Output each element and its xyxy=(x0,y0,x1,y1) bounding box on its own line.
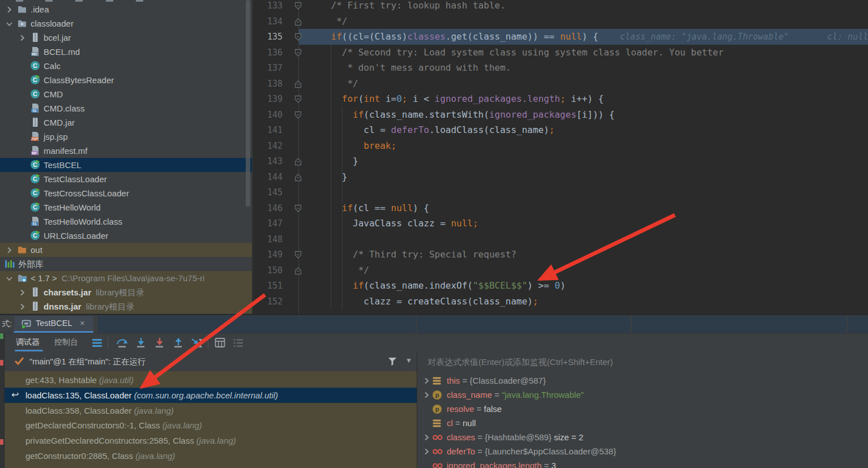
line-number[interactable]: 147 xyxy=(254,216,283,231)
stack-frame-row[interactable]: getConstructor0:2885, Class (java.lang) xyxy=(5,448,417,463)
variable-row[interactable]: ignored_packages.length = 3 xyxy=(417,458,868,468)
tree-item[interactable]: CMD.jar xyxy=(0,115,253,130)
line-number[interactable]: 144 xyxy=(254,169,283,185)
step-into-icon[interactable] xyxy=(134,336,148,350)
tree-item[interactable]: CTestBCEL xyxy=(0,158,253,172)
tree-item[interactable]: CClassBytesReader xyxy=(0,73,253,87)
chevron-down-icon[interactable]: ▼ xyxy=(405,357,412,364)
code-line: 150 */ xyxy=(253,263,868,278)
filter-icon[interactable] xyxy=(387,357,397,368)
variable-row[interactable]: this = {ClassLoader@587} xyxy=(417,373,868,388)
line-number[interactable]: 150 xyxy=(254,263,283,278)
stack-frame-row[interactable]: ↩loadClass:135, ClassLoader (com.sun.org… xyxy=(5,388,417,403)
variable-row[interactable]: classes = {Hashtable@589} size = 2 xyxy=(417,430,868,444)
close-icon[interactable]: × xyxy=(80,318,85,328)
tree-item-label: classloader xyxy=(31,16,74,31)
line-number[interactable]: 142 xyxy=(254,138,283,154)
line-number[interactable]: 151 xyxy=(254,278,283,294)
fold-marker-icon[interactable] xyxy=(294,95,302,106)
rerun-icon[interactable] xyxy=(0,333,3,339)
tree-item[interactable]: CTestHelloWorld xyxy=(0,200,253,214)
fold-marker-icon[interactable] xyxy=(294,111,302,122)
fold-marker-icon[interactable] xyxy=(294,204,302,215)
line-number[interactable]: 149 xyxy=(254,247,283,263)
tree-item[interactable]: 01CMD.class xyxy=(0,101,253,115)
force-step-into-icon[interactable] xyxy=(153,336,166,350)
debug-session-tab[interactable]: TestBCEL × xyxy=(14,316,93,332)
stack-frame-row[interactable]: privateGetDeclaredConstructors:2585, Cla… xyxy=(5,433,417,448)
variable-value: {Launcher$AppClassLoader@538} xyxy=(485,446,616,456)
mute-breakpoints-icon[interactable] xyxy=(0,439,3,445)
tree-item[interactable]: MDBCEL.md xyxy=(0,45,253,59)
variable-row[interactable]: deferTo = {Launcher$AppClassLoader@538} xyxy=(417,444,868,458)
fold-marker-icon[interactable] xyxy=(294,267,302,277)
line-number[interactable]: 148 xyxy=(254,231,283,247)
line-number[interactable]: 134 xyxy=(254,14,283,29)
line-number[interactable]: 140 xyxy=(254,107,283,123)
tree-item[interactable]: dnsns.jarlibrary根目录 xyxy=(0,299,253,314)
fold-marker-icon[interactable] xyxy=(294,49,302,59)
stack-frame-row[interactable]: loadClass:358, ClassLoader (java.lang) xyxy=(5,403,417,418)
tree-item[interactable]: 01TestHelloWorld.class xyxy=(0,214,253,229)
run-to-cursor-icon[interactable] xyxy=(190,336,204,350)
line-number[interactable]: 141 xyxy=(254,122,283,138)
fold-marker-icon[interactable] xyxy=(294,157,302,168)
code-text: /* First try: lookup hash table. xyxy=(309,0,506,14)
line-number[interactable]: 143 xyxy=(254,153,283,169)
line-number[interactable]: 145 xyxy=(254,184,283,200)
tree-item[interactable]: .idea xyxy=(0,2,253,16)
line-number[interactable]: 146 xyxy=(254,200,283,216)
tree-item[interactable]: charsets.jarlibrary根目录 xyxy=(0,285,253,299)
line-number[interactable]: 152 xyxy=(254,294,283,310)
evaluate-expression-hint[interactable]: 对表达式求值(Enter)或添加监视(Ctrl+Shift+Enter) xyxy=(427,357,613,368)
tree-item[interactable]: 外部库 xyxy=(0,257,253,271)
stack-frame-row[interactable]: get:433, Hashtable (java.util) xyxy=(5,372,417,388)
line-number[interactable]: 136 xyxy=(254,45,283,61)
stop-icon[interactable] xyxy=(0,360,3,366)
line-number[interactable]: 133 xyxy=(254,0,283,14)
tree-item[interactable]: classloader xyxy=(0,16,253,31)
variable-name: deferTo xyxy=(447,446,475,456)
tree-item[interactable]: MFmanifest.mf xyxy=(0,144,253,158)
variable-value: "java.lang.Throwable" xyxy=(502,390,584,400)
tree-item[interactable]: < 1.7 >C:\Program Files\Java\java-se-7u7… xyxy=(0,271,253,285)
variable-row[interactable]: cl = null xyxy=(417,416,868,430)
tab-console[interactable]: 控制台 xyxy=(54,337,78,347)
thread-row[interactable]: "main"@1 在组"main": 正在运行 ▼ xyxy=(5,352,417,371)
variable-row[interactable]: pclass_name = "java.lang.Throwable" xyxy=(417,388,868,402)
tab-debugger[interactable]: 调试器 xyxy=(16,337,40,347)
toolbar-sliver xyxy=(45,0,53,2)
tree-item[interactable]: JSPjsp.jsp xyxy=(0,130,253,144)
fold-marker-icon[interactable] xyxy=(294,33,302,44)
menu-icon[interactable] xyxy=(91,336,104,350)
code-text: cl = deferTo.loadClass(class_name); xyxy=(309,122,555,138)
chevron-right-icon[interactable] xyxy=(18,302,27,314)
svg-text:MD: MD xyxy=(32,52,37,56)
svg-text:C: C xyxy=(33,62,37,69)
code-text: * don't mess around with them. xyxy=(309,60,511,76)
tree-scrollbar[interactable] xyxy=(246,0,250,207)
line-number[interactable]: 139 xyxy=(254,91,283,107)
tree-item[interactable]: bcel.jar xyxy=(0,31,253,45)
line-number[interactable]: 138 xyxy=(254,76,283,92)
code-line: 141 cl = deferTo.loadClass(class_name); xyxy=(253,122,868,138)
layout-icon[interactable] xyxy=(232,336,245,350)
line-number[interactable]: 137 xyxy=(254,60,283,76)
fold-marker-icon[interactable] xyxy=(294,173,302,184)
tree-item[interactable]: CCMD xyxy=(0,87,253,101)
stack-frame-row[interactable]: getDeclaredConstructors0:-1, Class (java… xyxy=(5,418,417,433)
variable-row[interactable]: presolve = false xyxy=(417,402,868,416)
line-number[interactable]: 135 xyxy=(254,29,283,45)
evaluate-icon[interactable] xyxy=(213,336,227,350)
fold-marker-icon[interactable] xyxy=(294,18,302,28)
tree-item[interactable]: CURLClassLoader xyxy=(0,229,253,243)
tree-item[interactable]: CTestClassLoader xyxy=(0,172,253,186)
tree-item[interactable]: CTestCrossClassLoader xyxy=(0,186,253,200)
fold-marker-icon[interactable] xyxy=(294,80,302,91)
step-over-icon[interactable] xyxy=(116,336,129,350)
step-out-icon[interactable] xyxy=(172,336,185,350)
fold-marker-icon[interactable] xyxy=(294,2,302,12)
fold-marker-icon[interactable] xyxy=(294,251,302,261)
tree-item[interactable]: out xyxy=(0,243,253,257)
tree-item[interactable]: CCalc xyxy=(0,59,253,73)
